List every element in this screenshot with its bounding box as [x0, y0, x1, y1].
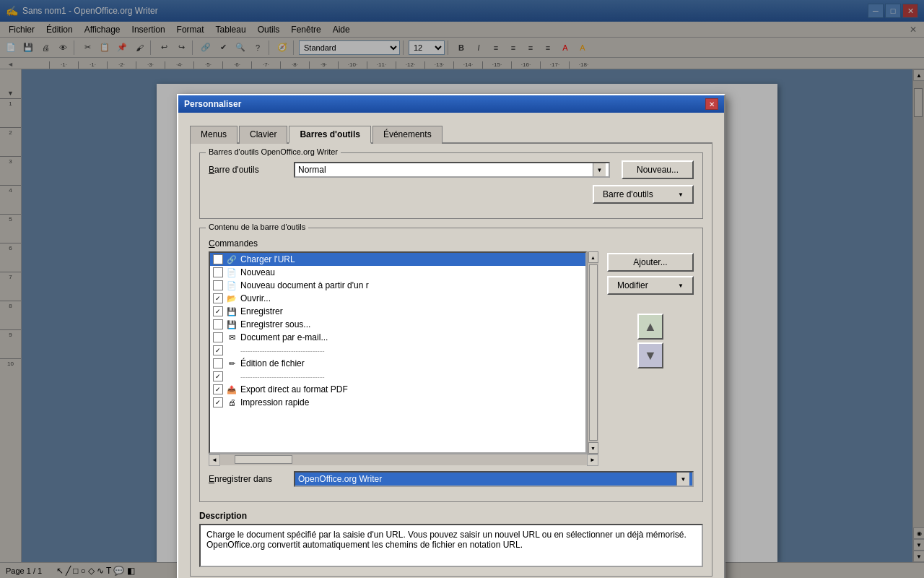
nouveau-btn[interactable]: Nouveau...	[622, 160, 694, 179]
up-arrow-icon: ▲	[644, 319, 657, 335]
cmd-icon-5: 💾	[226, 319, 237, 330]
tab-menus[interactable]: Menus	[190, 126, 237, 144]
cmd-label-5: Enregistrer sous...	[240, 319, 310, 329]
cmd-item-4[interactable]: ✓💾Enregistrer	[210, 305, 585, 318]
commandes-label: Commandes	[209, 238, 598, 249]
cmd-item-0[interactable]: ✓🔗Charger l'URL	[210, 253, 585, 266]
cmd-checkbox-10[interactable]: ✓	[213, 384, 223, 394]
cmd-checkbox-0[interactable]: ✓	[213, 254, 223, 264]
cmd-icon-1: 📄	[226, 267, 237, 278]
cmd-label-10: Export direct au format PDF	[240, 384, 348, 394]
enregistrer-select-arrow[interactable]: ▼	[676, 473, 689, 486]
enregistrer-label: Enregistrer dans	[209, 474, 288, 484]
enregistrer-select-value: OpenOffice.org Writer	[298, 474, 676, 484]
nav-btns: ▲ ▼	[607, 314, 694, 368]
cmd-label-9: -----------------------------------	[240, 373, 325, 381]
cmd-icon-9	[226, 371, 237, 382]
barre-outils-arrow-icon: ▼	[678, 191, 684, 198]
cmd-icon-3: 📂	[226, 293, 237, 304]
modal-overlay: Personnaliser ✕ Menus Clavier Barres d'o…	[0, 0, 924, 578]
cmd-checkbox-5[interactable]	[213, 319, 223, 329]
dialog-title: Personnaliser	[184, 99, 241, 109]
cmd-item-10[interactable]: ✓📤Export direct au format PDF	[210, 383, 585, 396]
commands-scrollbar: ▲ ▼	[587, 251, 598, 454]
modifier-btn[interactable]: Modifier ▼	[607, 276, 694, 295]
barre-select-value: Normal	[298, 165, 593, 175]
toolbar-groupbox: Barres d'outils OpenOffice.org Writer BB…	[199, 152, 703, 219]
cmd-item-5[interactable]: 💾Enregistrer sous...	[210, 318, 585, 331]
cmd-label-8: Édition de fichier	[240, 358, 305, 368]
barre-outils-btn[interactable]: Barre d'outils ▼	[593, 185, 694, 204]
toolbar-section-title: Barres d'outils OpenOffice.org Writer	[206, 147, 341, 156]
cmd-label-4: Enregistrer	[240, 306, 283, 316]
description-text: Charge le document spécifié par la saisi…	[199, 524, 703, 567]
tab-content: Barres d'outils OpenOffice.org Writer BB…	[190, 144, 712, 577]
cmd-label-6: Document par e-mail...	[240, 332, 328, 342]
cmd-icon-6: ✉	[226, 332, 237, 343]
commands-list-wrapper: ✓🔗Charger l'URL📄Nouveau📄Nouveau document…	[209, 251, 598, 465]
commands-list[interactable]: ✓🔗Charger l'URL📄Nouveau📄Nouveau document…	[209, 251, 587, 454]
cmd-checkbox-1[interactable]	[213, 267, 223, 277]
cmd-h-track	[220, 454, 587, 465]
move-up-btn[interactable]: ▲	[637, 314, 663, 340]
description-section: Description Charge le document spécifié …	[199, 511, 703, 567]
dialog-titlebar: Personnaliser ✕	[178, 95, 724, 113]
barre-select-arrow[interactable]: ▼	[593, 163, 606, 176]
cmd-label-0: Charger l'URL	[240, 254, 295, 264]
cmd-item-3[interactable]: ✓📂Ouvrir...	[210, 292, 585, 305]
cmd-scroll-up-btn[interactable]: ▲	[588, 251, 598, 263]
content-groupbox: Contenu de la barre d'outils Commandes	[199, 228, 703, 502]
cmd-checkbox-6[interactable]	[213, 332, 223, 342]
cmd-scroll-right-btn[interactable]: ►	[587, 454, 598, 466]
cmd-scroll-down-btn[interactable]: ▼	[588, 442, 598, 454]
cmd-label-3: Ouvrir...	[240, 293, 271, 303]
cmd-icon-10: 📤	[226, 384, 237, 395]
cmd-scroll-thumb[interactable]	[589, 264, 598, 441]
cmd-item-11[interactable]: ✓🖨Impression rapide	[210, 396, 585, 409]
cmd-icon-4: 💾	[226, 306, 237, 317]
cmd-item-8[interactable]: ✏Édition de fichier	[210, 357, 585, 370]
cmd-icon-7	[226, 345, 237, 356]
cmd-label-1: Nouveau	[240, 267, 275, 277]
cmd-scroll-left-btn[interactable]: ◄	[209, 454, 220, 466]
barre-select[interactable]: Normal ▼	[294, 162, 610, 178]
move-down-btn[interactable]: ▼	[637, 342, 663, 368]
barre-label: BBarre d'outilsarre d'outils	[209, 165, 288, 175]
cmd-checkbox-11[interactable]: ✓	[213, 397, 223, 407]
dialog-close-btn[interactable]: ✕	[705, 98, 718, 110]
ajouter-btn[interactable]: Ajouter...	[607, 253, 694, 272]
cmd-checkbox-2[interactable]	[213, 280, 223, 290]
content-section-title: Contenu de la barre d'outils	[206, 223, 308, 231]
content-inner: Commandes ✓🔗Charger l'URL📄Nouveau📄Nouvea…	[209, 238, 694, 465]
modifier-arrow-icon: ▼	[678, 282, 684, 289]
cmd-label-2: Nouveau document à partir d'un r	[240, 280, 369, 290]
cmd-checkbox-8[interactable]	[213, 358, 223, 368]
commands-h-scrollbar: ◄ ►	[209, 454, 598, 465]
cmd-label-11: Impression rapide	[240, 397, 309, 407]
right-buttons-panel: Ajouter... Modifier ▼ ▲ ▼	[607, 238, 694, 465]
cmd-item-1[interactable]: 📄Nouveau	[210, 266, 585, 279]
cmd-checkbox-9[interactable]: ✓	[213, 371, 223, 381]
tab-bar: Menus Clavier Barres d'outils Événements	[190, 121, 712, 144]
cmd-icon-2: 📄	[226, 280, 237, 291]
cmd-label-7: -----------------------------------	[240, 347, 325, 355]
cmd-h-thumb[interactable]	[235, 455, 292, 464]
down-arrow-icon: ▼	[644, 348, 657, 363]
tab-barres-outils[interactable]: Barres d'outils	[289, 126, 371, 144]
cmd-checkbox-3[interactable]: ✓	[213, 293, 223, 303]
cmd-checkbox-4[interactable]: ✓	[213, 306, 223, 316]
tab-clavier[interactable]: Clavier	[239, 126, 287, 144]
enregistrer-select[interactable]: OpenOffice.org Writer ▼	[294, 471, 694, 487]
cmd-item-7[interactable]: ✓-----------------------------------	[210, 344, 585, 357]
tab-evenements[interactable]: Événements	[372, 126, 443, 144]
cmd-item-9[interactable]: ✓-----------------------------------	[210, 370, 585, 383]
cmd-icon-0: 🔗	[226, 254, 237, 265]
cmd-icon-11: 🖨	[226, 397, 237, 408]
barre-row: BBarre d'outilsarre d'outils Normal ▼ No…	[209, 160, 694, 179]
commands-list-with-scrollbar: ✓🔗Charger l'URL📄Nouveau📄Nouveau document…	[209, 251, 598, 454]
commands-panel: Commandes ✓🔗Charger l'URL📄Nouveau📄Nouvea…	[209, 238, 598, 465]
cmd-checkbox-7[interactable]: ✓	[213, 345, 223, 355]
cmd-item-2[interactable]: 📄Nouveau document à partir d'un r	[210, 279, 585, 292]
personnaliser-dialog: Personnaliser ✕ Menus Clavier Barres d'o…	[177, 94, 725, 578]
cmd-item-6[interactable]: ✉Document par e-mail...	[210, 331, 585, 344]
